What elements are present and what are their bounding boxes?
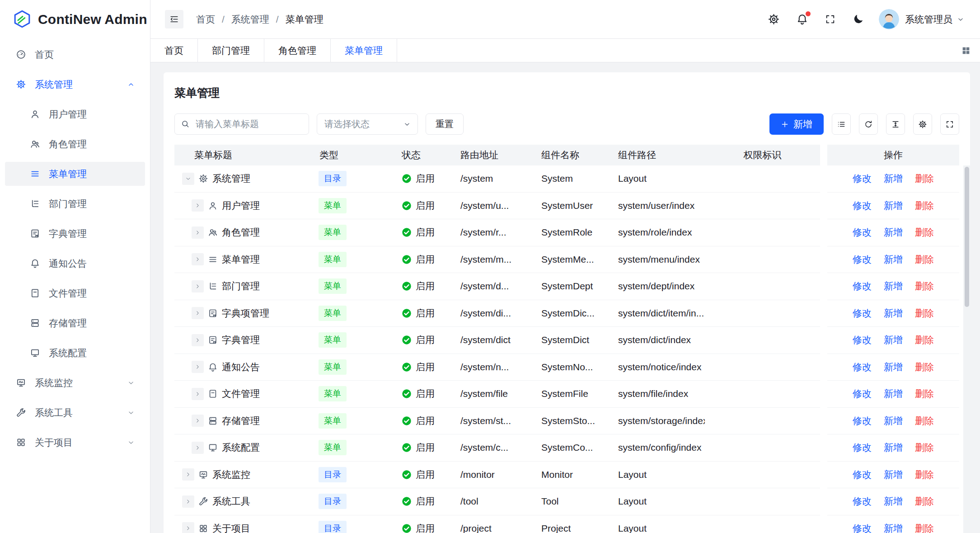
breadcrumb-item-系统管理[interactable]: 系统管理	[231, 13, 269, 26]
add-child-link[interactable]: 新增	[884, 387, 903, 400]
chevron-up-icon	[127, 80, 135, 89]
add-child-link[interactable]: 新增	[884, 172, 903, 185]
path-cell: Layout	[614, 488, 705, 515]
edit-link[interactable]: 修改	[853, 226, 872, 239]
delete-link[interactable]: 删除	[915, 280, 934, 292]
sidebar-item-字典管理[interactable]: 字典管理	[5, 222, 145, 245]
sidebar-collapse-button[interactable]	[165, 10, 183, 28]
edit-link[interactable]: 修改	[853, 361, 872, 373]
delete-link[interactable]: 删除	[915, 387, 934, 400]
delete-link[interactable]: 删除	[915, 495, 934, 508]
edit-link[interactable]: 修改	[853, 415, 872, 427]
add-child-link[interactable]: 新增	[884, 441, 903, 454]
add-child-link[interactable]: 新增	[884, 495, 903, 508]
sidebar-item-首页[interactable]: 首页	[5, 42, 145, 66]
notifications-button[interactable]	[796, 13, 808, 25]
edit-link[interactable]: 修改	[853, 468, 872, 481]
delete-link[interactable]: 删除	[915, 522, 934, 533]
add-child-link[interactable]: 新增	[884, 280, 903, 292]
user-menu[interactable]: 系统管理员	[905, 13, 965, 26]
list-view-button[interactable]	[832, 113, 851, 135]
expand-row-button[interactable]	[192, 307, 204, 319]
breadcrumb-item-首页[interactable]: 首页	[196, 13, 215, 26]
edit-link[interactable]: 修改	[853, 495, 872, 508]
expand-row-button[interactable]	[192, 334, 204, 346]
expand-row-button[interactable]	[192, 199, 204, 212]
delete-link[interactable]: 删除	[915, 441, 934, 454]
add-child-link[interactable]: 新增	[884, 199, 903, 212]
tab-部门管理[interactable]: 部门管理	[198, 39, 264, 62]
fullscreen-button[interactable]	[825, 14, 836, 25]
theme-toggle-button[interactable]	[852, 13, 864, 25]
tab-首页[interactable]: 首页	[150, 39, 198, 62]
chevron-right-icon	[195, 256, 201, 262]
sidebar-item-通知公告[interactable]: 通知公告	[5, 251, 145, 275]
delete-link[interactable]: 删除	[915, 307, 934, 320]
reset-button[interactable]: 重置	[426, 113, 464, 135]
table-scrollbar[interactable]	[963, 165, 970, 533]
edit-link[interactable]: 修改	[853, 441, 872, 454]
sidebar-item-部门管理[interactable]: 部门管理	[5, 192, 145, 216]
sidebar-item-关于项目[interactable]: 关于项目	[5, 430, 145, 454]
delete-link[interactable]: 删除	[915, 226, 934, 239]
edit-link[interactable]: 修改	[853, 522, 872, 533]
expand-row-button[interactable]	[182, 468, 194, 481]
add-child-link[interactable]: 新增	[884, 307, 903, 320]
edit-link[interactable]: 修改	[853, 253, 872, 266]
add-child-link[interactable]: 新增	[884, 415, 903, 427]
delete-link[interactable]: 删除	[915, 253, 934, 266]
scrollbar-thumb[interactable]	[965, 167, 969, 307]
expand-row-button[interactable]	[192, 226, 204, 239]
search-input[interactable]	[174, 113, 309, 135]
chevron-down-icon	[127, 379, 135, 387]
row-height-button[interactable]	[886, 113, 905, 135]
add-child-link[interactable]: 新增	[884, 468, 903, 481]
expand-row-button[interactable]	[192, 388, 204, 400]
add-child-link[interactable]: 新增	[884, 334, 903, 346]
expand-row-button[interactable]	[192, 280, 204, 292]
add-child-link[interactable]: 新增	[884, 361, 903, 373]
edit-link[interactable]: 修改	[853, 307, 872, 320]
add-button[interactable]: 新增	[769, 113, 824, 135]
column-settings-button[interactable]	[913, 113, 932, 135]
sidebar-item-存储管理[interactable]: 存储管理	[5, 311, 145, 335]
sidebar-item-系统工具[interactable]: 系统工具	[5, 401, 145, 425]
sidebar-item-菜单管理[interactable]: 菜单管理	[5, 162, 145, 186]
settings-button[interactable]	[768, 13, 780, 25]
delete-link[interactable]: 删除	[915, 415, 934, 427]
sidebar-item-系统配置[interactable]: 系统配置	[5, 341, 145, 365]
refresh-button[interactable]	[859, 113, 878, 135]
delete-link[interactable]: 删除	[915, 172, 934, 185]
delete-link[interactable]: 删除	[915, 361, 934, 373]
table-fullscreen-button[interactable]	[940, 113, 959, 135]
expand-row-button[interactable]	[182, 495, 194, 508]
sidebar-item-角色管理[interactable]: 角色管理	[5, 132, 145, 156]
tab-角色管理[interactable]: 角色管理	[264, 39, 331, 62]
menu-title: 关于项目	[212, 522, 250, 533]
tab-菜单管理[interactable]: 菜单管理	[331, 39, 397, 62]
edit-link[interactable]: 修改	[853, 387, 872, 400]
expand-row-button[interactable]	[192, 361, 204, 373]
delete-link[interactable]: 删除	[915, 199, 934, 212]
expand-row-button[interactable]	[192, 253, 204, 265]
collapse-row-button[interactable]	[182, 173, 194, 185]
delete-link[interactable]: 删除	[915, 334, 934, 346]
add-child-link[interactable]: 新增	[884, 253, 903, 266]
edit-link[interactable]: 修改	[853, 172, 872, 185]
avatar[interactable]	[879, 9, 899, 29]
sidebar-item-文件管理[interactable]: 文件管理	[5, 281, 145, 305]
edit-link[interactable]: 修改	[853, 280, 872, 292]
status-select[interactable]: 请选择状态	[317, 113, 418, 135]
expand-row-button[interactable]	[192, 442, 204, 454]
add-child-link[interactable]: 新增	[884, 522, 903, 533]
expand-row-button[interactable]	[182, 522, 194, 533]
expand-row-button[interactable]	[192, 415, 204, 427]
edit-link[interactable]: 修改	[853, 334, 872, 346]
sidebar-item-用户管理[interactable]: 用户管理	[5, 102, 145, 126]
delete-link[interactable]: 删除	[915, 468, 934, 481]
sidebar-item-系统管理[interactable]: 系统管理	[5, 72, 145, 96]
add-child-link[interactable]: 新增	[884, 226, 903, 239]
sidebar-item-系统监控[interactable]: 系统监控	[5, 371, 145, 395]
tab-actions-button[interactable]	[952, 39, 980, 62]
edit-link[interactable]: 修改	[853, 199, 872, 212]
